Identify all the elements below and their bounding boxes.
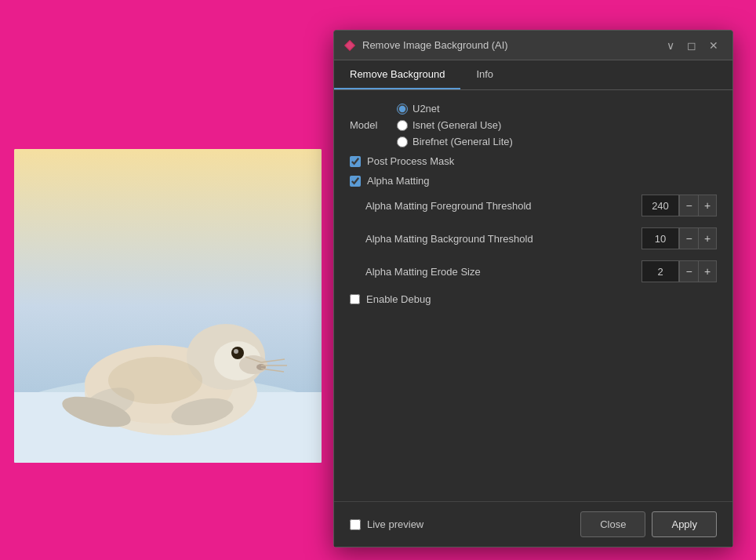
live-preview-checkbox[interactable]: Live preview bbox=[350, 518, 423, 530]
seal-image bbox=[14, 149, 322, 463]
erode-size-row: Alpha Matting Erode Size − + bbox=[350, 260, 717, 282]
checkbox-enable-debug[interactable] bbox=[350, 294, 360, 304]
left-panel bbox=[0, 0, 328, 560]
title-bar-controls: ∨ ◻ ✕ bbox=[662, 38, 723, 53]
foreground-threshold-value[interactable] bbox=[642, 195, 679, 216]
model-isnet[interactable]: Isnet (General Use) bbox=[397, 119, 513, 131]
footer-buttons: Close Apply bbox=[580, 511, 717, 537]
post-process-mask-checkbox[interactable]: Post Process Mask bbox=[350, 155, 717, 167]
foreground-threshold-row: Alpha Matting Foreground Threshold − + bbox=[350, 195, 717, 216]
background-threshold-row: Alpha Matting Background Threshold − + bbox=[350, 227, 717, 249]
foreground-threshold-spinbox: − + bbox=[642, 195, 717, 216]
background-threshold-increment[interactable]: + bbox=[698, 227, 717, 249]
erode-size-spinbox: − + bbox=[642, 260, 717, 282]
erode-size-increment[interactable]: + bbox=[698, 260, 717, 282]
enable-debug-checkbox[interactable]: Enable Debug bbox=[350, 293, 717, 305]
radio-isnet[interactable] bbox=[397, 120, 408, 131]
checkbox-alpha-matting[interactable] bbox=[350, 176, 361, 187]
model-birefnet[interactable]: Birefnet (General Lite) bbox=[397, 136, 513, 147]
radio-birefnet[interactable] bbox=[397, 136, 408, 147]
erode-size-label: Alpha Matting Erode Size bbox=[365, 266, 642, 278]
title-bar-left: Remove Image Background (AI) bbox=[343, 39, 508, 52]
background-threshold-decrement[interactable]: − bbox=[679, 227, 698, 249]
title-bar: Remove Image Background (AI) ∨ ◻ ✕ bbox=[334, 31, 732, 60]
tab-info[interactable]: Info bbox=[460, 60, 509, 89]
model-label: Model bbox=[350, 119, 397, 131]
close-window-button[interactable]: ✕ bbox=[704, 38, 723, 53]
foreground-threshold-label: Alpha Matting Foreground Threshold bbox=[365, 200, 642, 212]
foreground-threshold-decrement[interactable]: − bbox=[679, 195, 698, 216]
restore-button[interactable]: ◻ bbox=[682, 38, 701, 53]
model-row: Model U2net Isnet (General Use) Birefnet… bbox=[350, 103, 717, 147]
checkbox-post-process[interactable] bbox=[350, 156, 361, 167]
radio-u2net[interactable] bbox=[397, 104, 408, 115]
app-icon bbox=[343, 39, 356, 52]
checkbox-live-preview[interactable] bbox=[350, 519, 361, 530]
close-button[interactable]: Close bbox=[580, 511, 645, 537]
minimize-button[interactable]: ∨ bbox=[662, 38, 679, 53]
model-u2net[interactable]: U2net bbox=[397, 103, 513, 115]
erode-size-decrement[interactable]: − bbox=[679, 260, 698, 282]
window-title: Remove Image Background (AI) bbox=[362, 39, 508, 51]
foreground-threshold-increment[interactable]: + bbox=[698, 195, 717, 216]
background-threshold-value[interactable] bbox=[642, 227, 679, 249]
svg-point-10 bbox=[234, 349, 238, 354]
tab-bar: Remove Background Info bbox=[334, 60, 732, 90]
tab-remove-background[interactable]: Remove Background bbox=[334, 60, 460, 89]
apply-button[interactable]: Apply bbox=[652, 511, 717, 537]
svg-point-18 bbox=[108, 357, 202, 404]
background-threshold-label: Alpha Matting Background Threshold bbox=[365, 233, 642, 245]
dialog-content: Model U2net Isnet (General Use) Birefnet… bbox=[334, 90, 732, 501]
erode-size-value[interactable] bbox=[642, 260, 679, 282]
model-radio-group: U2net Isnet (General Use) Birefnet (Gene… bbox=[397, 103, 513, 147]
alpha-matting-checkbox[interactable]: Alpha Matting bbox=[350, 175, 717, 187]
dialog-footer: Live preview Close Apply bbox=[334, 501, 732, 547]
background-threshold-spinbox: − + bbox=[642, 227, 717, 249]
dialog-window: Remove Image Background (AI) ∨ ◻ ✕ Remov… bbox=[333, 30, 733, 547]
